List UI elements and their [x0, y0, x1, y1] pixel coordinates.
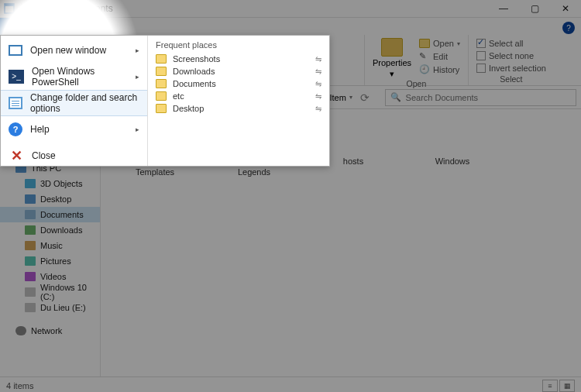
svg-rect-1: [5, 4, 14, 6]
sidebar-item-documents[interactable]: Documents: [0, 207, 100, 222]
ribbon-group-open: Properties ▾ Open▾ ✎Edit 🕘History Open: [364, 35, 468, 85]
chevron-down-icon[interactable]: ▾: [349, 94, 352, 101]
app-icon: [3, 2, 15, 15]
window-title: Documents: [66, 3, 113, 14]
close-button[interactable]: ✕: [550, 0, 581, 18]
frequent-place-item[interactable]: Screenshots⇋: [156, 53, 321, 65]
sidebar-item-downloads[interactable]: Downloads: [0, 222, 100, 238]
frequent-places-panel: Frequent places Screenshots⇋ Downloads⇋ …: [148, 36, 329, 166]
close-menu-icon: ✕: [9, 148, 24, 163]
sidebar-item-network[interactable]: Network: [0, 323, 100, 339]
help-icon[interactable]: ?: [562, 22, 575, 34]
breadcrumb-item[interactable]: Item: [329, 93, 346, 102]
chevron-right-icon: ▸: [136, 46, 139, 54]
file-menu-commands: Open new window ▸ >_ Open Windows PowerS…: [1, 36, 148, 166]
pin-icon[interactable]: ⇋: [315, 67, 321, 76]
history-button[interactable]: 🕘History: [419, 64, 460, 75]
ribbon-group-select-label: Select: [476, 74, 546, 85]
frequent-place-item[interactable]: Downloads⇋: [156, 65, 321, 77]
file-menu-help[interactable]: ? Help ▸: [1, 116, 147, 143]
icons-view-button[interactable]: ▦: [559, 380, 575, 392]
file-menu-open-new-window[interactable]: Open new window ▸: [1, 37, 147, 64]
file-menu-powershell[interactable]: >_ Open Windows PowerShell ▸: [1, 64, 147, 90]
ribbon-tabs: File: [0, 18, 581, 35]
help-menu-icon: ?: [9, 122, 22, 136]
pin-icon[interactable]: ⇋: [315, 55, 321, 64]
file-item[interactable]: hosts: [322, 156, 384, 167]
frequent-places-header: Frequent places: [156, 40, 321, 50]
file-menu-close[interactable]: ✕ Close: [1, 143, 147, 169]
sidebar-item-3d-objects[interactable]: 3D Objects: [0, 176, 100, 191]
options-icon: [9, 97, 22, 109]
chevron-right-icon: ▸: [136, 73, 139, 81]
sidebar-item-desktop[interactable]: Desktop: [0, 191, 100, 207]
search-box[interactable]: 🔍: [385, 89, 576, 106]
powershell-icon: >_: [9, 70, 24, 84]
qat-folder-icon[interactable]: [27, 3, 40, 14]
select-all-button[interactable]: Select all: [476, 38, 546, 49]
item-count: 4 items: [6, 381, 33, 390]
minimize-button[interactable]: —: [488, 0, 519, 18]
frequent-place-item[interactable]: Documents⇋: [156, 77, 321, 90]
invert-selection-button[interactable]: Invert selection: [476, 63, 546, 74]
search-input[interactable]: [406, 93, 571, 102]
sidebar-item-drive-e[interactable]: Du Lieu (E:): [0, 300, 100, 315]
refresh-button[interactable]: ⟳: [356, 88, 374, 107]
file-item[interactable]: Windows: [421, 156, 483, 167]
frequent-place-item[interactable]: etc⇋: [156, 90, 321, 102]
properties-label: Properties: [373, 58, 411, 67]
maximize-button[interactable]: ▢: [519, 0, 550, 18]
pin-icon[interactable]: ⇋: [315, 105, 321, 113]
pin-icon[interactable]: ⇋: [315, 80, 321, 88]
pin-icon[interactable]: ⇋: [315, 92, 321, 101]
open-button[interactable]: Open▾: [419, 38, 460, 49]
ribbon-group-select: Select all Select none Invert selection …: [468, 35, 554, 85]
sidebar-item-pictures[interactable]: Pictures: [0, 253, 100, 269]
sidebar-item-videos[interactable]: Videos: [0, 269, 100, 284]
file-menu-change-options[interactable]: Change folder and search options: [1, 90, 147, 116]
sidebar-item-drive-c[interactable]: Windows 10 (C:): [0, 284, 100, 300]
edit-button[interactable]: ✎Edit: [419, 50, 460, 62]
statusbar: 4 items ≡ ▦: [0, 377, 581, 392]
qat-dropdown-icon[interactable]: ⏷: [44, 5, 51, 12]
select-none-button[interactable]: Select none: [476, 50, 546, 61]
search-icon: 🔍: [390, 92, 401, 102]
chevron-right-icon: ▸: [136, 126, 139, 133]
properties-button[interactable]: Properties ▾: [373, 38, 411, 79]
file-tab[interactable]: File: [0, 18, 36, 35]
file-menu: Open new window ▸ >_ Open Windows PowerS…: [0, 35, 330, 167]
sidebar-item-music[interactable]: Music: [0, 238, 100, 253]
new-window-icon: [9, 45, 22, 56]
titlebar: ⏷ Documents — ▢ ✕: [0, 0, 581, 18]
details-view-button[interactable]: ≡: [542, 380, 558, 392]
frequent-place-item[interactable]: Desktop⇋: [156, 102, 321, 115]
